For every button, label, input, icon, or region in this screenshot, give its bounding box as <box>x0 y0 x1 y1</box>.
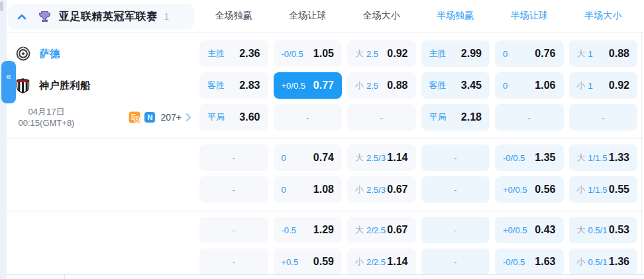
ou-side-label: 大 <box>577 48 586 60</box>
odds-cell[interactable]: 主胜2.36 <box>199 40 268 67</box>
league-header-row: 亚足联精英冠军联赛 1 全场独赢全场让球全场大小半场独赢半场让球半场大小 <box>7 0 644 32</box>
dash-placeholder: - <box>528 113 531 123</box>
pick-label: 主胜 <box>207 48 225 60</box>
next-section-edge <box>7 274 644 279</box>
pick-label: 客胜 <box>207 80 225 91</box>
dash-cell: - <box>199 144 268 171</box>
group-separator <box>7 211 644 211</box>
ou-side-label: 大 <box>577 152 586 164</box>
chevron-right-icon[interactable] <box>186 113 191 122</box>
extra-markets-count[interactable]: 207+ <box>160 112 182 123</box>
scrollbar-thumb[interactable] <box>0 1 3 11</box>
away-crest-icon <box>16 78 30 93</box>
dash-cell: - <box>495 104 564 131</box>
odds-cell[interactable]: 小1/1.50.55 <box>569 176 638 203</box>
odds-cell[interactable]: 大2/2.50.67 <box>347 217 416 243</box>
n-badge-icon[interactable]: N <box>144 112 155 123</box>
match-date: 04月17日 <box>12 106 81 117</box>
column-header-ft-handicap: 全场让球 <box>274 10 343 22</box>
odds-row: -+0.50.59小2/2.51.14--0/0.51.63小0.5/11.36 <box>7 249 644 275</box>
odds-value: 1.29 <box>313 224 334 236</box>
odds-cell[interactable]: 平局2.18 <box>421 104 490 131</box>
odds-cell[interactable]: 00.76 <box>495 40 564 67</box>
collapse-sidebar-tab[interactable]: « <box>1 61 16 103</box>
odds-cell[interactable]: +0/0.50.56 <box>495 176 564 203</box>
ou-side-label: 小 <box>355 184 364 195</box>
odds-value: 1.35 <box>535 152 555 164</box>
odds-value: 3.60 <box>239 111 260 123</box>
odds-value: 0.88 <box>387 80 407 91</box>
odds-cell[interactable]: -0/0.51.05 <box>274 40 343 67</box>
column-header-ht-ou: 半场大小 <box>569 10 638 22</box>
ou-side-label: 大 <box>355 152 364 164</box>
odds-table-card: 亚足联精英冠军联赛 1 全场独赢全场让球全场大小半场独赢半场让球半场大小 萨德主… <box>7 0 644 279</box>
odds-cell[interactable]: 大2.50.92 <box>347 40 416 67</box>
dash-cell: - <box>569 104 638 131</box>
trophy-icon <box>38 11 51 23</box>
pick-label: -0/0.5 <box>282 49 303 59</box>
odds-row: -01.08小2.5/30.67-+0/0.50.56小1/1.50.55 <box>7 176 644 203</box>
odds-cell[interactable]: 01.06 <box>495 72 564 99</box>
odds-cell[interactable]: 客胜3.45 <box>421 72 490 99</box>
odds-cell[interactable]: 小2.5/30.67 <box>347 176 416 203</box>
odds-cell[interactable]: +0/0.50.43 <box>495 217 564 243</box>
odds-value: 0.55 <box>609 184 629 195</box>
odds-value: 1.33 <box>609 152 629 164</box>
ou-line-label: 2.5 <box>366 49 378 59</box>
odds-cell[interactable]: 大2.5/31.14 <box>347 144 416 171</box>
odds-cell[interactable]: 00.74 <box>274 144 343 171</box>
odds-cell[interactable]: +0.50.59 <box>274 249 343 275</box>
odds-value: 0.76 <box>535 48 555 60</box>
odds-cell[interactable]: -0/0.51.35 <box>495 144 564 171</box>
odds-value: 1.14 <box>387 152 407 164</box>
match-datetime: 04月17日00:15(GMT+8) <box>12 106 81 129</box>
league-name[interactable]: 亚足联精英冠军联赛 <box>59 10 158 24</box>
chevron-up-icon[interactable] <box>17 14 27 20</box>
pick-label: 0 <box>282 185 286 195</box>
odds-cell[interactable]: -0.51.29 <box>274 217 343 243</box>
column-header-ft-ou: 全场大小 <box>347 10 416 22</box>
odds-cell[interactable]: 平局3.60 <box>199 104 268 131</box>
pick-label: 0 <box>282 153 286 163</box>
more-markets-button[interactable]: N207+ <box>129 111 191 123</box>
odds-cell[interactable]: 小2.50.88 <box>347 72 416 99</box>
odds-cell[interactable]: 小10.92 <box>569 72 638 99</box>
ou-line-label: 1 <box>588 81 593 91</box>
dash-cell: - <box>421 144 490 171</box>
odds-value: 2.99 <box>461 48 482 60</box>
odds-cell[interactable]: 大0.5/10.53 <box>569 217 638 243</box>
odds-cell[interactable]: 大1/1.51.33 <box>569 144 638 171</box>
odds-value: 2.36 <box>239 48 260 60</box>
pick-label: -0/0.5 <box>503 153 525 163</box>
ou-line-label: 1/1.5 <box>588 185 608 195</box>
ou-line-label: 2.5/3 <box>366 185 386 195</box>
dash-cell: - <box>199 217 268 243</box>
odds-row: 神户胜利船客胜2.83+0/0.50.77小2.50.88客胜3.4501.06… <box>7 72 644 99</box>
odds-cell[interactable]: 小2/2.51.14 <box>347 249 416 275</box>
odds-cell-selected[interactable]: +0/0.50.77 <box>274 72 343 99</box>
odds-cell[interactable]: -0/0.51.63 <box>495 249 564 275</box>
odds-cell[interactable]: 主胜2.99 <box>421 40 490 67</box>
odds-value: 0.67 <box>387 224 407 236</box>
empty-left-cell <box>7 217 194 243</box>
odds-cell[interactable]: 客胜2.83 <box>199 72 268 99</box>
odds-row: 04月17日00:15(GMT+8)N207+平局3.60--平局2.18-- <box>7 104 644 131</box>
league-header[interactable]: 亚足联精英冠军联赛 1 <box>8 4 194 29</box>
dash-cell: - <box>421 176 490 203</box>
ou-line-label: 0.5/1 <box>588 225 608 235</box>
dash-placeholder: - <box>233 257 235 267</box>
odds-history-icon[interactable] <box>129 111 140 123</box>
odds-cell[interactable]: 大10.88 <box>569 40 638 67</box>
column-header-ft-1x2: 全场独赢 <box>199 10 268 22</box>
dash-placeholder: - <box>306 113 309 123</box>
odds-cell[interactable]: 小0.5/11.36 <box>569 249 638 275</box>
ou-side-label: 大 <box>355 224 364 236</box>
dash-placeholder: - <box>233 225 235 235</box>
dash-cell: - <box>421 217 490 243</box>
ou-line-label: 2/2.5 <box>366 257 386 267</box>
odds-cell[interactable]: 01.08 <box>274 176 343 203</box>
empty-left-cell <box>7 176 194 203</box>
ou-line-label: 1/1.5 <box>588 153 608 163</box>
column-header-ht-1x2: 半场独赢 <box>421 10 490 22</box>
odds-value: 0.53 <box>609 224 629 236</box>
